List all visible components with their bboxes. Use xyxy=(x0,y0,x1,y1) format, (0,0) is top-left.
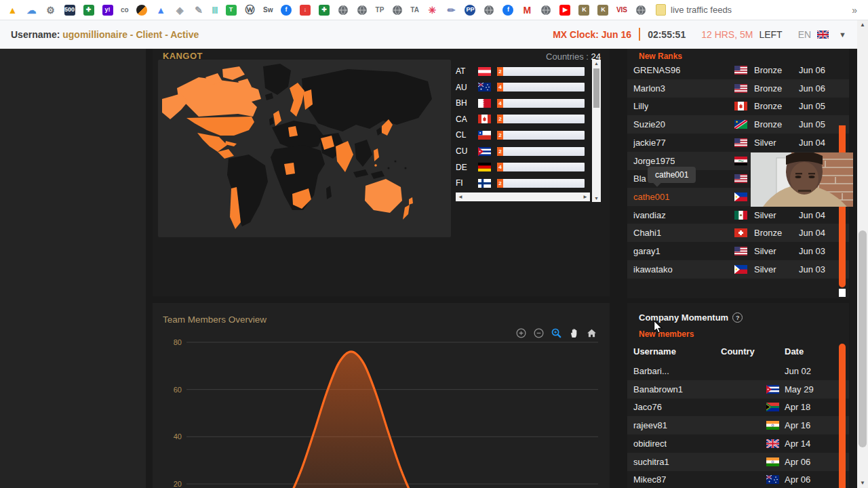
country-bar[interactable]: 2 xyxy=(497,147,585,156)
rank-username[interactable]: Suzie20 xyxy=(633,119,665,129)
rank-username[interactable]: Marlon3 xyxy=(633,83,665,94)
member-row[interactable]: Barbari...Jun 02 xyxy=(627,362,849,380)
selection-zoom-icon[interactable] xyxy=(551,327,562,339)
country-bar[interactable]: 4 xyxy=(497,99,585,108)
country-bar[interactable]: 2 xyxy=(497,67,585,76)
k-icon[interactable]: K xyxy=(578,4,590,16)
rank-row[interactable]: GRENAS96BronzeJun 06 xyxy=(627,61,849,79)
rank-row[interactable]: Marlon3BronzeJun 06 xyxy=(627,79,849,98)
wordpress-icon[interactable]: Ⓦ xyxy=(244,4,256,16)
vscroll-thumb[interactable] xyxy=(593,68,599,108)
pen-icon[interactable]: ✏ xyxy=(446,4,457,16)
rank-row[interactable]: jackie77SilverJun 04 xyxy=(627,134,849,152)
rank-row[interactable]: garay1SilverJun 03 xyxy=(627,242,849,260)
pp-icon[interactable]: PP xyxy=(465,4,476,16)
gmail-icon[interactable]: M xyxy=(521,4,533,16)
member-username[interactable]: Jaco76 xyxy=(633,402,662,412)
country-list-vscrollbar[interactable]: ▲ ▼ xyxy=(592,60,601,202)
facebook2-icon[interactable]: f xyxy=(502,4,514,16)
rank-username[interactable]: jackie77 xyxy=(633,138,666,148)
note-icon[interactable] xyxy=(656,4,666,16)
member-username[interactable]: rajeev81 xyxy=(633,420,667,430)
chevron-down-icon[interactable]: ▼ xyxy=(839,30,846,39)
globe-icon[interactable] xyxy=(540,4,552,16)
scroll-right-icon[interactable]: ► xyxy=(583,192,588,201)
vis-icon[interactable]: VIS xyxy=(616,4,627,16)
world-map[interactable] xyxy=(158,60,451,237)
member-row[interactable]: Jaco76Apr 18 xyxy=(627,398,849,416)
zoom-out-icon[interactable] xyxy=(533,327,545,339)
member-row[interactable]: Banabrown1May 29 xyxy=(627,380,849,399)
layers-icon[interactable]: ◈ xyxy=(174,4,186,16)
rank-row[interactable]: Suzie20BronzeJun 05 xyxy=(627,115,849,134)
bars-icon[interactable]: ||| xyxy=(212,4,218,16)
zoom-in-icon[interactable] xyxy=(515,327,527,339)
country-list-hscrollbar[interactable]: ◄ ► xyxy=(456,192,590,201)
scroll-left-icon[interactable]: ◄ xyxy=(458,192,463,201)
google-ads-icon[interactable]: ▲ xyxy=(155,4,167,16)
k2-icon[interactable]: K xyxy=(597,4,609,16)
rank-username[interactable]: GRENAS96 xyxy=(633,65,680,75)
country-bar[interactable]: 2 xyxy=(497,115,585,123)
rank-username[interactable]: ikawatako xyxy=(633,264,673,274)
download-icon[interactable]: ↓ xyxy=(300,4,311,16)
country-bar[interactable]: 4 xyxy=(497,163,585,171)
rank-row[interactable]: Chahi1BronzeJun 04 xyxy=(627,224,849,242)
member-row[interactable]: obidirectApr 14 xyxy=(627,434,849,453)
youtube-icon[interactable]: ▶ xyxy=(559,4,571,16)
rank-row[interactable]: ikawatakoSilverJun 03 xyxy=(627,260,849,279)
rank-username[interactable]: Lilly xyxy=(633,101,648,111)
member-username[interactable]: suchitra1 xyxy=(633,457,669,467)
pan-icon[interactable] xyxy=(568,327,580,339)
member-username[interactable]: Barbari... xyxy=(633,366,669,376)
ta-icon[interactable]: TA xyxy=(410,4,419,16)
tp-icon[interactable]: TP xyxy=(376,4,384,16)
scrollbar-thumb[interactable] xyxy=(859,230,867,447)
rank-username[interactable]: ivandiaz xyxy=(633,210,666,220)
facebook-icon[interactable]: f xyxy=(281,4,292,16)
scrollbar-down-icon[interactable]: ▼ xyxy=(857,479,868,488)
globe-icon[interactable] xyxy=(635,4,646,16)
rank-username[interactable]: Chahi1 xyxy=(633,228,661,238)
rank-username[interactable]: Jorge1975 xyxy=(633,156,675,166)
country-bar[interactable]: 4 xyxy=(497,83,585,92)
t-app-icon[interactable]: T xyxy=(225,4,237,16)
sw-icon[interactable]: Sw xyxy=(263,4,273,16)
member-username[interactable]: Mikec87 xyxy=(633,474,666,485)
swirl-icon[interactable] xyxy=(136,4,148,16)
member-row[interactable]: suchitra1Apr 06 xyxy=(627,453,849,471)
sketch-icon[interactable]: ✎ xyxy=(193,4,205,16)
globe-icon[interactable] xyxy=(357,4,368,16)
globe-icon[interactable] xyxy=(391,4,403,16)
home-icon[interactable] xyxy=(586,327,597,339)
language-flag-icon[interactable] xyxy=(817,30,829,39)
bookmarks-overflow-chevron[interactable]: » xyxy=(852,5,857,16)
scroll-up-icon[interactable]: ▲ xyxy=(592,60,601,67)
cp-icon[interactable]: co xyxy=(121,4,129,16)
rank-username[interactable]: garay1 xyxy=(633,246,660,256)
browser-scrollbar[interactable]: ▲ ▼ xyxy=(857,20,868,488)
cloud-icon[interactable]: ☁ xyxy=(26,4,37,16)
rank-username[interactable]: Bla xyxy=(633,174,646,184)
sheets-icon[interactable]: ✚ xyxy=(83,4,94,16)
ranks-scrollbar-thumb[interactable] xyxy=(839,289,846,297)
500-icon[interactable]: 500 xyxy=(64,4,75,16)
scrollbar-up-icon[interactable]: ▲ xyxy=(857,20,868,30)
drive-icon[interactable]: ▲ xyxy=(7,4,18,16)
member-row[interactable]: Mikec87Apr 06 xyxy=(627,470,849,488)
language-label[interactable]: EN xyxy=(798,29,811,40)
pinwheel-icon[interactable]: ✳ xyxy=(427,4,438,16)
member-row[interactable]: rajeev81Apr 16 xyxy=(627,416,849,434)
rank-row[interactable]: LillyBronzeJun 05 xyxy=(627,97,849,115)
rank-username[interactable]: cathe001 xyxy=(633,192,670,202)
rank-row[interactable]: ivandiazSilverJun 04 xyxy=(627,206,849,224)
scroll-down-icon[interactable]: ▼ xyxy=(592,195,601,202)
sheets2-icon[interactable]: ✚ xyxy=(319,4,330,16)
help-icon[interactable]: ? xyxy=(732,312,743,323)
globe-icon[interactable] xyxy=(338,4,349,16)
member-username[interactable]: obidirect xyxy=(633,439,667,449)
gears-icon[interactable]: ⚙ xyxy=(45,4,56,16)
bookmark-live-traffic-feeds[interactable]: live traffic feeds xyxy=(671,5,732,15)
country-bar[interactable]: 2 xyxy=(497,179,585,188)
country-bar[interactable]: 2 xyxy=(497,131,585,140)
